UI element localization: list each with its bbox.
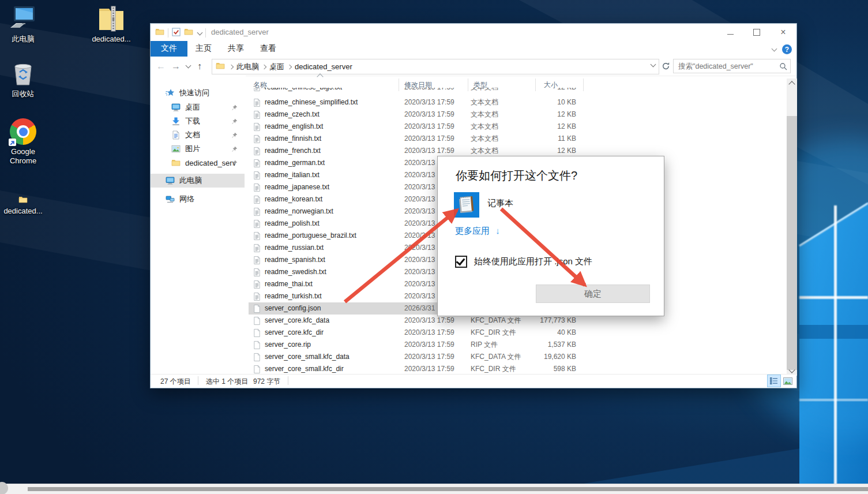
scrollbar-thumb[interactable]: [787, 116, 797, 370]
file-date: 2020/3/13 17:59: [404, 351, 454, 363]
file-name: server_core.kfc_dir: [265, 327, 324, 339]
file-row-readme_chinese_big5.txt[interactable]: readme_chinese_big5.txt 2020/3/13 17:59 …: [249, 88, 583, 94]
file-date: 2020/3/13: [404, 205, 435, 218]
back-button[interactable]: ←: [156, 62, 166, 71]
sidebar-item-网络[interactable]: 网络: [151, 192, 245, 206]
more-apps-link[interactable]: 更多应用 ↓: [455, 226, 500, 237]
maximize-button[interactable]: [743, 24, 770, 41]
search-input[interactable]: [674, 59, 790, 73]
text-file-icon: [253, 207, 262, 216]
file-date: 2020/3/13: [404, 254, 435, 266]
tab-主页[interactable]: 主页: [187, 41, 220, 57]
sidebar-item-dedicated_serv[interactable]: dedicated_serv: [151, 156, 245, 170]
list-view-button[interactable]: [767, 375, 781, 387]
open-with-dialog: 你要如何打开这个文件? 记事本 更多应用 ↓ 始终使用此应用打开 .json 文…: [437, 156, 664, 316]
recycle-bin-icon: [3, 59, 43, 87]
minimize-button[interactable]: [717, 24, 743, 41]
navigation-pane: 快速访问 桌面 下载 文档 图片 dedicated_serv 此电脑 网络: [151, 76, 246, 375]
file-row-server_core_small.kfc_data[interactable]: server_core_small.kfc_data 2020/3/13 17:…: [249, 351, 583, 363]
sidebar-item-下载[interactable]: 下载: [151, 114, 245, 128]
file-date: 2020/3/13: [404, 278, 435, 290]
scroll-up-icon[interactable]: [788, 81, 795, 87]
file-size: 1,537 KB: [548, 339, 576, 351]
file-date: 2020/3/13: [404, 290, 435, 302]
breadcrumb-chevron-icon[interactable]: [262, 64, 266, 69]
file-row-readme_french.txt[interactable]: readme_french.txt 2020/3/13 17:59 文本文档 1…: [249, 145, 583, 157]
file-date: 2020/3/13: [404, 181, 435, 193]
file-row-readme_english.txt[interactable]: readme_english.txt 2020/3/13 17:59 文本文档 …: [249, 121, 583, 133]
file-name: readme_thai.txt: [265, 278, 313, 290]
tab-查看[interactable]: 查看: [252, 41, 284, 57]
address-dropdown-chevron-icon[interactable]: [651, 62, 656, 68]
selected-count: 选中 1 个项目: [206, 377, 248, 387]
folder-icon[interactable]: [184, 27, 193, 39]
up-button[interactable]: ↑: [197, 62, 202, 71]
search-box[interactable]: [673, 59, 791, 73]
tab-文件[interactable]: 文件: [151, 41, 187, 57]
help-icon[interactable]: ?: [782, 44, 792, 54]
text-file-icon: [253, 292, 262, 301]
ribbon-expand-chevron-icon[interactable]: [772, 46, 777, 52]
desktop-icon-4[interactable]: Google Chrome: [3, 117, 43, 166]
app-choice-notepad[interactable]: 记事本: [454, 192, 513, 218]
file-date: 2020/3/13 17:59: [404, 339, 454, 351]
file-size: 177,773 KB: [540, 315, 576, 327]
chevron-down-icon[interactable]: [197, 29, 203, 35]
address-bar[interactable]: 此电脑桌面dedicated_server: [212, 59, 659, 74]
sidebar-item-文档[interactable]: 文档: [151, 128, 245, 142]
desktop-icon-1[interactable]: 此电脑: [3, 5, 43, 44]
file-row-readme_finnish.txt[interactable]: readme_finnish.txt 2020/3/13 17:59 文本文档 …: [249, 133, 583, 145]
recent-locations-chevron-icon[interactable]: [186, 63, 191, 69]
vertical-scrollbar[interactable]: [787, 78, 797, 376]
text-file-icon: [253, 159, 262, 168]
file-size: 12 KB: [557, 145, 576, 157]
breadcrumb-item[interactable]: 此电脑: [235, 62, 260, 72]
desktop-icon-2[interactable]: dedicated...: [91, 5, 131, 44]
document-icon: [171, 130, 181, 140]
selected-size: 972 字节: [253, 377, 280, 387]
sidebar-item-桌面[interactable]: 桌面: [151, 100, 245, 114]
file-row-server_core.kfc_data[interactable]: server_core.kfc_data 2020/3/13 17:59 KFC…: [249, 315, 583, 327]
breadcrumb-item[interactable]: dedicated_server: [294, 62, 354, 71]
file-name: readme_czech.txt: [265, 108, 320, 121]
forward-button[interactable]: →: [171, 62, 181, 71]
sidebar-item-图片[interactable]: 图片: [151, 142, 245, 156]
ok-button[interactable]: 确定: [536, 285, 650, 303]
title-bar[interactable]: dedicated_server ×: [151, 24, 796, 41]
desktop-icon-3[interactable]: 回收站: [3, 59, 43, 99]
file-row-server_core_small.kfc_dir[interactable]: server_core_small.kfc_dir 2020/3/13 17:5…: [249, 363, 583, 375]
hscrollbar-thumb[interactable]: [28, 487, 868, 491]
file-name: readme_japanese.txt: [265, 181, 329, 193]
breadcrumb-chevron-icon[interactable]: [229, 64, 234, 69]
dialog-title: 你要如何打开这个文件?: [456, 168, 577, 184]
desktop-icon-5[interactable]: dedicated...: [3, 177, 43, 216]
text-file-icon: [253, 219, 262, 229]
thumbnail-view-button[interactable]: [781, 375, 795, 387]
sidebar-item-此电脑[interactable]: 此电脑: [151, 174, 245, 188]
file-size: 12 KB: [557, 121, 576, 133]
breadcrumb: 此电脑桌面dedicated_server: [227, 62, 354, 72]
file-date: 2020/3/13: [404, 193, 435, 205]
file-name: readme_chinese_simplified.txt: [265, 96, 358, 108]
text-file-icon: [253, 110, 262, 119]
file-row-server_core.kfc_dir[interactable]: server_core.kfc_dir 2020/3/13 17:59 KFC_…: [249, 327, 583, 339]
breadcrumb-chevron-icon[interactable]: [287, 64, 292, 69]
file-row-readme_czech.txt[interactable]: readme_czech.txt 2020/3/13 17:59 文本文档 12…: [249, 108, 583, 121]
file-row-readme_chinese_simplified.txt[interactable]: readme_chinese_simplified.txt 2020/3/13 …: [249, 96, 583, 108]
notepad-icon: [454, 192, 479, 218]
this-pc-icon: [3, 5, 43, 32]
file-date: 2020/3/13 17:59: [404, 108, 454, 121]
file-name: readme_portuguese_brazil.txt: [265, 230, 356, 242]
checkmark-icon[interactable]: [172, 28, 181, 39]
pin-icon: [231, 132, 238, 138]
refresh-icon[interactable]: [662, 62, 670, 73]
text-file-icon: [253, 98, 262, 107]
breadcrumb-item[interactable]: 桌面: [268, 62, 285, 72]
horizontal-scrollbar[interactable]: [0, 484, 868, 494]
file-row-server_core.rip[interactable]: server_core.rip 2020/3/13 17:59 RIP 文件 1…: [249, 339, 583, 351]
file-name: server_core_small.kfc_dir: [265, 363, 344, 375]
always-use-checkbox[interactable]: [455, 256, 467, 268]
sidebar-item-快速访问[interactable]: 快速访问: [151, 86, 245, 100]
close-button[interactable]: ×: [770, 24, 796, 41]
tab-共享[interactable]: 共享: [220, 41, 252, 57]
